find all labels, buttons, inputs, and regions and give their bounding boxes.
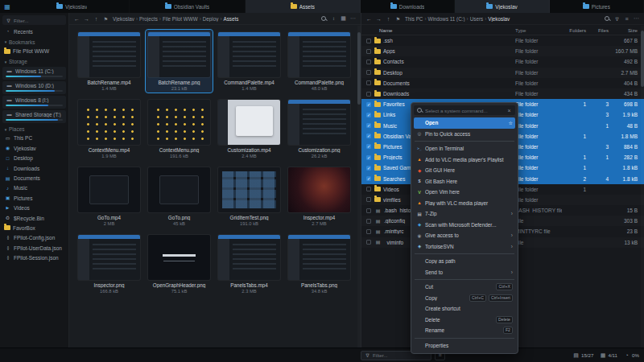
row-checkbox[interactable]: [366, 102, 371, 107]
scrollbar-thumb[interactable]: [641, 31, 644, 87]
context-menu-item[interactable]: Rename F2 ☆ ›: [414, 325, 515, 336]
row-checkbox[interactable]: [366, 123, 371, 128]
breadcrumb-segment[interactable]: File Pilot WWW›: [162, 16, 202, 22]
more-options-icon[interactable]: [349, 15, 357, 23]
context-menu-item[interactable]: ☆ ›: [415, 338, 514, 339]
sidebar-place-item[interactable]: Vjekoslav: [0, 143, 68, 153]
column-header-files[interactable]: Files: [586, 27, 609, 33]
tab[interactable]: Vjekoslav: [14, 0, 130, 13]
storage-drive[interactable]: Shared Storage (T:): [2, 110, 66, 123]
tab[interactable]: Vjekoslav: [455, 0, 549, 13]
context-menu-item[interactable]: Copy as path ☆ ›: [414, 256, 515, 267]
context-menu-item[interactable]: Delete Delete ☆ ›: [414, 315, 515, 326]
sidebar-place-item[interactable]: Music: [0, 183, 68, 193]
context-menu-item[interactable]: Give access to ☆ ›: [414, 230, 515, 241]
breadcrumb-segment[interactable]: Assets›: [222, 16, 239, 22]
breadcrumb-segment[interactable]: Users›: [469, 16, 488, 22]
table-row[interactable]: .ssh File folder 667 B: [361, 35, 644, 46]
context-menu-item[interactable]: Git Bash Here ☆ ›: [414, 176, 515, 187]
table-row[interactable]: Desktop File folder 2.7 MB: [361, 68, 644, 78]
context-menu-item[interactable]: ☆ ›: [415, 253, 514, 254]
sidebar-filter[interactable]: [2, 15, 66, 25]
breadcrumb-segment[interactable]: This PC›: [404, 16, 427, 22]
file-tile[interactable]: Inspector.mp4 2.7 MB: [286, 165, 353, 228]
storage-drive[interactable]: Windows 8 (I:): [2, 96, 66, 109]
tab[interactable]: Assets: [246, 0, 361, 13]
row-checkbox[interactable]: [366, 144, 371, 149]
breadcrumb-segment[interactable]: Deploy›: [202, 16, 223, 22]
row-checkbox[interactable]: [366, 187, 371, 191]
row-checkbox[interactable]: [366, 219, 371, 224]
search-icon[interactable]: [320, 15, 328, 23]
row-checkbox[interactable]: [366, 208, 371, 213]
sidebar-place-item[interactable]: Pictures: [0, 193, 68, 203]
context-menu-item[interactable]: Git GUI Here ☆ ›: [414, 165, 515, 176]
file-tile[interactable]: Customization.mp4 2.4 MB: [216, 97, 283, 160]
storage-drive[interactable]: Windows 11 (C:): [2, 67, 66, 80]
row-checkbox[interactable]: [366, 39, 371, 43]
table-row[interactable]: Downloads File folder 434 B: [361, 88, 644, 99]
context-menu-item[interactable]: Open ☆ ›: [414, 117, 515, 129]
sidebar-filter-input[interactable]: [14, 18, 64, 23]
column-header-size[interactable]: Size: [609, 27, 644, 33]
row-checkbox[interactable]: [366, 176, 371, 181]
row-checkbox[interactable]: [366, 60, 371, 64]
row-checkbox[interactable]: [366, 49, 371, 54]
star-icon[interactable]: ☆: [509, 120, 513, 125]
back-button[interactable]: [365, 15, 373, 23]
back-button[interactable]: [73, 15, 80, 23]
context-menu-item[interactable]: Properties ☆ ›: [414, 340, 515, 352]
grid-view-icon[interactable]: [340, 15, 347, 23]
table-row[interactable]: Documents File folder 404 B: [361, 78, 644, 88]
file-tile[interactable]: PanelsTabs.png 34.8 kB: [286, 232, 353, 295]
context-menu-item[interactable]: Open in Terminal ☆ ›: [414, 143, 515, 154]
sidebar-place-item[interactable]: FPilot-UserData.json: [0, 243, 68, 253]
file-tile[interactable]: CommandPalette.mp4 1.4 MB: [216, 30, 283, 93]
context-menu-item[interactable]: ☆ ›: [415, 279, 514, 280]
tab[interactable]: Downloads: [361, 0, 455, 13]
row-checkbox[interactable]: [366, 229, 371, 234]
context-menu-item[interactable]: Pin to Quick access ☆ ›: [414, 129, 515, 140]
table-row[interactable]: Contacts File folder 492 B: [361, 56, 644, 67]
list-view-icon[interactable]: [623, 15, 630, 23]
row-checkbox[interactable]: [366, 113, 371, 117]
sidebar-section-storage[interactable]: Storage: [0, 56, 68, 66]
sidebar-place-item[interactable]: FavorBox: [0, 223, 68, 232]
sidebar-place-item[interactable]: Documents: [0, 173, 68, 183]
sidebar-bookmark-item[interactable]: File Pilot WWW: [0, 46, 68, 56]
storage-drive[interactable]: Windows 10 (D:): [2, 81, 66, 94]
context-menu-item[interactable]: Create shortcut ☆ ›: [414, 303, 515, 315]
row-checkbox[interactable]: [366, 166, 371, 171]
bookmark-icon[interactable]: [102, 15, 109, 23]
more-options-icon[interactable]: [633, 15, 640, 23]
context-menu-item[interactable]: Add to VLC media player's Playlist ☆ ›: [414, 154, 515, 166]
context-menu-item[interactable]: Scan with Microsoft Defender... ☆ ›: [414, 220, 515, 231]
tab[interactable]: Obsidian Vaults: [130, 0, 245, 13]
file-tile[interactable]: BatchRename.png 23.1 kB: [146, 30, 213, 93]
row-checkbox[interactable]: [366, 240, 371, 245]
context-menu-item[interactable]: Open Vim here ☆ ›: [414, 187, 515, 198]
sidebar-place-item[interactable]: This PC: [0, 134, 68, 143]
search-icon[interactable]: [604, 15, 611, 23]
file-tile[interactable]: ContextMenu.png 191.6 kB: [146, 97, 213, 160]
sidebar-place-item[interactable]: Videos: [0, 204, 68, 213]
up-button[interactable]: [385, 15, 392, 23]
sidebar-place-item[interactable]: $Recycle.Bin: [0, 213, 68, 223]
context-menu-item[interactable]: ☆ ›: [415, 141, 514, 142]
sidebar-place-item[interactable]: FPilot-Session.json: [0, 253, 68, 262]
sidebar-place-item[interactable]: Desktop: [0, 154, 68, 163]
sidebar-item-recents[interactable]: Recents: [0, 27, 68, 36]
sidebar-place-item[interactable]: FPilot-Config.json: [0, 233, 68, 243]
row-checkbox[interactable]: [366, 70, 371, 75]
context-menu-item[interactable]: TortoiseSVN ☆ ›: [414, 241, 515, 253]
file-tile[interactable]: BatchRename.mp4 1.4 MB: [76, 30, 142, 93]
row-checkbox[interactable]: [366, 197, 371, 202]
context-menu-item[interactable]: Copy Ctrl+C Ctrl+Insert ☆ ›: [414, 293, 515, 304]
file-tile[interactable]: GoTo.mp4 2 MB: [76, 165, 142, 228]
row-checkbox[interactable]: [366, 92, 371, 97]
breadcrumb-segment[interactable]: Windows 11 (C:)›: [427, 16, 469, 22]
context-menu-item[interactable]: Cut Ctrl+X ☆ ›: [414, 282, 515, 293]
bookmark-icon[interactable]: [394, 15, 402, 23]
close-icon[interactable]: [506, 107, 513, 114]
up-button[interactable]: [93, 15, 100, 23]
